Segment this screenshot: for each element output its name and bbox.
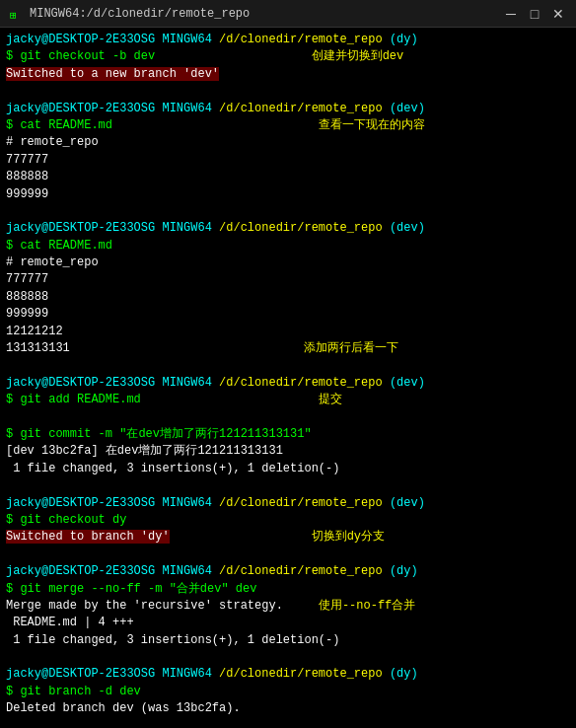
window-title: MINGW64:/d/clonedir/remote_repo [30, 7, 250, 21]
title-bar: ⊞ MINGW64:/d/clonedir/remote_repo ─ □ ✕ [0, 0, 576, 28]
terminal-icon: ⊞ [8, 6, 24, 22]
title-bar-left: ⊞ MINGW64:/d/clonedir/remote_repo [8, 6, 250, 22]
maximize-button[interactable]: □ [525, 4, 544, 24]
svg-text:⊞: ⊞ [10, 9, 17, 22]
title-bar-controls: ─ □ ✕ [501, 4, 568, 24]
terminal: jacky@DESKTOP-2E33OSG MINGW64 /d/clonedi… [0, 28, 576, 728]
minimize-button[interactable]: ─ [501, 4, 521, 24]
terminal-content: jacky@DESKTOP-2E33OSG MINGW64 /d/clonedi… [6, 32, 570, 728]
close-button[interactable]: ✕ [548, 4, 568, 24]
